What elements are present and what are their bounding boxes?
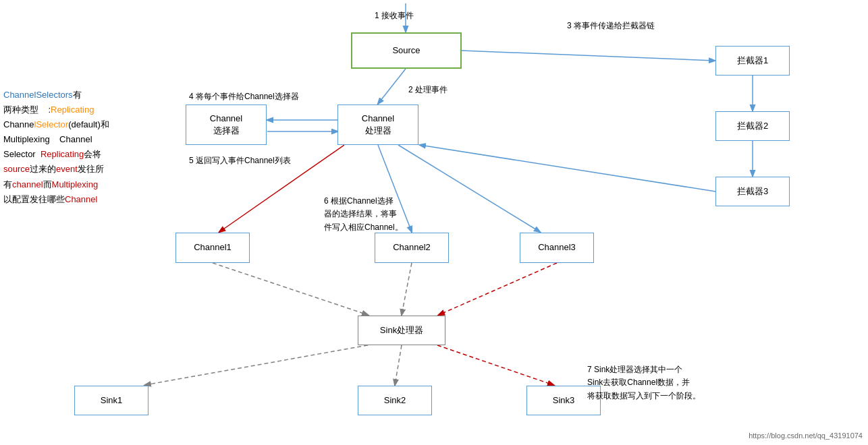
- interceptor3-label: 拦截器3: [737, 185, 768, 198]
- svg-line-14: [145, 345, 368, 385]
- svg-line-15: [437, 345, 553, 385]
- watermark: https://blog.csdn.net/qq_43191074: [749, 432, 863, 440]
- interceptor1-label: 拦截器1: [737, 55, 768, 67]
- label-event7: 7 Sink处理器选择其中一个Sink去获取Channel数据，并将获取数据写入…: [587, 351, 701, 403]
- channel2-label: Channel2: [393, 241, 431, 254]
- sink1-box: Sink1: [74, 386, 148, 415]
- label-event1: 1 接收事件: [375, 10, 414, 22]
- channel3-label: Channel3: [538, 241, 576, 254]
- channel-selector-label: Channel 选择器: [210, 113, 242, 137]
- channel-processor-box: Channel 处理器: [337, 105, 418, 145]
- svg-line-9: [398, 145, 540, 232]
- channel1-box: Channel1: [175, 233, 250, 263]
- sink-processor-box: Sink处理器: [358, 316, 445, 345]
- sink-processor-label: Sink处理器: [380, 324, 423, 336]
- label-event5: 5 返回写入事件Channel列表: [189, 155, 291, 167]
- svg-line-13: [395, 345, 402, 385]
- sink2-box: Sink2: [358, 386, 432, 415]
- svg-line-12: [439, 263, 557, 315]
- source-label: Source: [392, 44, 420, 57]
- sink1-label: Sink1: [101, 394, 123, 407]
- channel2-box: Channel2: [375, 233, 449, 263]
- label-event4: 4 将每个事件给Channel选择器: [189, 91, 299, 102]
- svg-line-4: [378, 69, 406, 104]
- interceptor2-box: 拦截器2: [715, 111, 790, 141]
- channel-processor-label: Channel 处理器: [362, 113, 394, 137]
- sink2-label: Sink2: [384, 394, 406, 407]
- svg-line-11: [402, 263, 412, 315]
- label-event6: 6 根据Channel选择器的选择结果，将事件写入相应Channel。: [324, 182, 403, 234]
- svg-line-16: [420, 145, 715, 191]
- channel3-box: Channel3: [520, 233, 594, 263]
- channel1-label: Channel1: [194, 241, 232, 254]
- svg-line-1: [462, 51, 715, 61]
- label-event2: 2 处理事件: [408, 84, 447, 96]
- channel-selector-box: Channel 选择器: [186, 105, 267, 145]
- interceptor2-label: 拦截器2: [737, 120, 768, 132]
- sidebar-line1: ChannelSelectors: [3, 90, 73, 100]
- interceptor3-box: 拦截器3: [715, 177, 790, 206]
- label-event3: 3 将事件传递给拦截器链: [567, 20, 655, 32]
- svg-line-10: [213, 263, 368, 315]
- interceptor1-box: 拦截器1: [715, 46, 790, 76]
- diagram-container: Source Channel 选择器 Channel 处理器 Channel1 …: [0, 0, 868, 445]
- sink3-label: Sink3: [553, 394, 575, 407]
- source-box: Source: [351, 32, 462, 69]
- sidebar-text: ChannelSelectors有 两种类型 :Replicating Chan…: [3, 88, 175, 207]
